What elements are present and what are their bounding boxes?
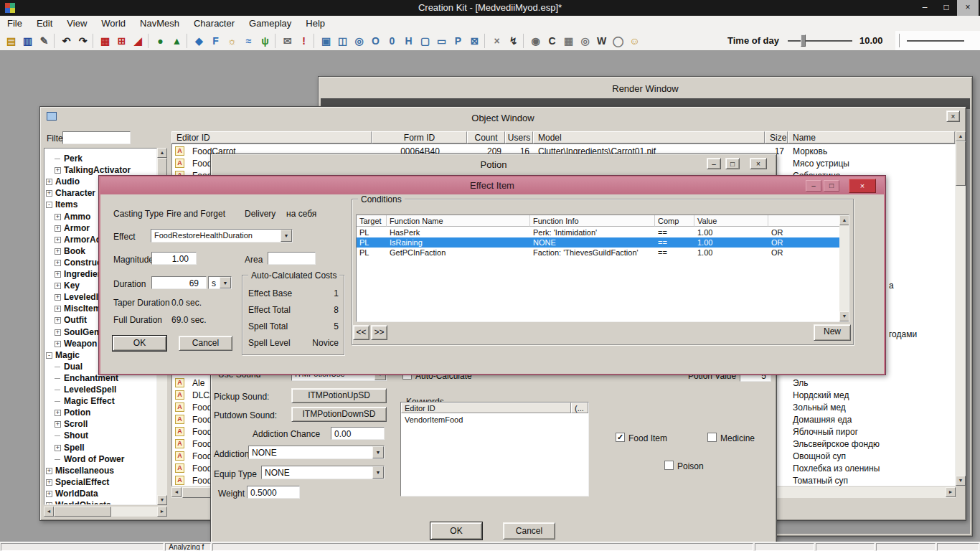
menu-item-gameplay[interactable]: Gameplay (242, 16, 298, 31)
magnitude-input[interactable]: 1.00 (151, 252, 197, 265)
tree-item-miscellaneous[interactable]: +Miscellaneous (46, 465, 114, 476)
circle-marker-icon[interactable]: ◎ (577, 33, 593, 50)
condition-row[interactable]: PLIsRainingNONE==1.00OR (357, 237, 840, 248)
restore-icon[interactable]: □ (936, 0, 957, 16)
scene-info-icon[interactable]: O (367, 33, 384, 50)
ok-button[interactable]: OK (430, 522, 482, 540)
expand-icon[interactable]: + (55, 260, 61, 266)
expand-icon[interactable]: + (55, 341, 61, 347)
tree-item-miscitem[interactable]: +MiscItem (55, 303, 100, 314)
tree-item-dual[interactable]: Dual (55, 361, 83, 372)
scrollbar-thumb[interactable] (54, 507, 111, 517)
restore-icon[interactable]: □ (824, 180, 839, 192)
menu-item-navmesh[interactable]: NavMesh (133, 16, 187, 31)
tree-item-shout[interactable]: Shout (55, 430, 88, 441)
warnings-icon[interactable]: ! (296, 33, 312, 50)
expand-icon[interactable]: + (46, 491, 52, 497)
expand-icon[interactable]: + (55, 421, 61, 428)
expand-icon[interactable]: + (46, 190, 52, 197)
collapse-icon[interactable]: - (46, 352, 52, 359)
expand-icon[interactable]: + (55, 410, 61, 416)
scroll-right-icon[interactable]: ► (157, 507, 167, 517)
tree-item-leveledspell[interactable]: LeveledSpell (55, 384, 116, 395)
expand-icon[interactable]: + (46, 179, 52, 185)
object-palette-icon[interactable]: ◆ (191, 33, 207, 50)
sky-toggle-icon[interactable]: ≈ (240, 33, 257, 50)
scroll-down-icon[interactable]: ▼ (839, 311, 849, 321)
snap-angle-icon[interactable]: ◢ (130, 33, 146, 50)
food-item-checkbox[interactable]: ✓ (616, 433, 625, 442)
landscape-edit-icon[interactable]: ▲ (169, 33, 185, 50)
window-panel-icon[interactable]: ▢ (417, 33, 433, 50)
scroll-up-icon[interactable]: ▲ (839, 215, 849, 225)
cancel-button[interactable]: Cancel (503, 522, 555, 540)
minimize-icon[interactable]: – (707, 158, 721, 169)
slider-handle-icon[interactable] (801, 34, 806, 47)
tree-item-soulgem[interactable]: +SoulGem (55, 326, 102, 338)
list-scrollbar[interactable]: ▲ ▼ (956, 131, 966, 486)
dropdown-arrow-icon[interactable]: ▼ (281, 230, 292, 242)
equip-type-select[interactable]: NONE ▼ (261, 466, 385, 479)
condition-next-button[interactable]: >> (371, 325, 387, 340)
dropdown-arrow-icon[interactable]: ▼ (372, 466, 384, 479)
expand-icon[interactable]: + (55, 445, 61, 451)
tree-item-audio[interactable]: +Audio (46, 176, 80, 187)
collapse-icon[interactable]: - (46, 202, 52, 208)
column-header-name[interactable]: Name (788, 131, 955, 143)
object-window-toggle-icon[interactable]: ◎ (351, 33, 367, 50)
menu-item-view[interactable]: View (60, 16, 94, 31)
keywords-column-header-more[interactable]: (... (571, 402, 588, 413)
havok-sim-icon[interactable]: H (400, 33, 417, 50)
dropdown-arrow-icon[interactable]: ▼ (372, 446, 384, 458)
cancel-button[interactable]: Cancel (179, 336, 232, 351)
column-header-users[interactable]: Users (505, 131, 533, 143)
expand-icon[interactable]: + (55, 306, 61, 312)
column-header-size[interactable]: Size (765, 131, 788, 143)
dialogue-view-icon[interactable]: ✉ (279, 33, 296, 50)
ok-button[interactable]: OK (113, 336, 166, 351)
menu-item-character[interactable]: Character (187, 16, 242, 31)
close-icon[interactable]: × (849, 179, 876, 193)
close-icon[interactable]: × (957, 0, 979, 16)
expand-icon[interactable]: + (55, 271, 61, 278)
scroll-up-icon[interactable]: ▲ (956, 131, 966, 141)
tree-item-magic-effect[interactable]: Magic Effect (55, 395, 115, 407)
pickup-sound-button[interactable]: ITMPotionUpSD (291, 388, 387, 403)
expand-icon[interactable]: + (55, 167, 61, 174)
close-icon[interactable]: × (750, 158, 767, 169)
tree-item-outfit[interactable]: +Outfit (55, 314, 87, 326)
close-panels-icon[interactable]: × (489, 33, 505, 50)
tree-item-book[interactable]: +Book (55, 245, 85, 257)
tree-item-weapon[interactable]: +Weapon (55, 338, 97, 349)
preferences-icon[interactable]: ✎ (36, 33, 52, 50)
world-sphere-icon[interactable]: ● (152, 33, 169, 50)
tree-item-spell[interactable]: +Spell (55, 442, 85, 453)
tree-item-armor[interactable]: +Armor (55, 222, 90, 234)
expand-icon[interactable]: + (46, 468, 52, 474)
empty-cell-icon[interactable]: 0 (384, 33, 400, 50)
conditions-scrollbar[interactable]: ▲ ▼ (839, 215, 849, 321)
render-window-toggle-icon[interactable]: ▣ (318, 33, 334, 50)
expand-icon[interactable]: + (55, 317, 61, 324)
open-plugin-icon[interactable]: ▤ (3, 33, 19, 50)
camera-icon[interactable]: ◉ (527, 33, 544, 50)
addiction-chance-input[interactable]: 0.00 (331, 427, 385, 440)
keywords-column-header[interactable]: Editor ID (401, 402, 571, 413)
scroll-right-icon[interactable]: ► (946, 487, 956, 497)
column-header-model[interactable]: Model (533, 131, 765, 143)
restore-icon[interactable]: □ (725, 158, 740, 169)
time-of-day-slider[interactable] (788, 34, 852, 48)
tree-item-key[interactable]: +Key (55, 280, 80, 291)
medicine-checkbox[interactable] (707, 433, 717, 442)
duration-input[interactable]: 69 (151, 276, 207, 289)
minimize-icon[interactable]: – (806, 180, 821, 192)
grass-toggle-icon[interactable]: ψ (257, 33, 273, 50)
column-header-form-id[interactable]: Form ID (372, 131, 467, 143)
scrollbar-thumb[interactable] (956, 141, 966, 186)
tree-item-magic[interactable]: -Magic (46, 349, 80, 361)
save-plugin-icon[interactable]: ▥ (19, 33, 36, 50)
cell-markers-icon[interactable]: ▦ (97, 33, 113, 50)
tree-h-scrollbar[interactable]: ◄ ► (44, 507, 167, 517)
tree-item-scroll[interactable]: +Scroll (55, 418, 88, 430)
menu-item-help[interactable]: Help (298, 16, 332, 31)
